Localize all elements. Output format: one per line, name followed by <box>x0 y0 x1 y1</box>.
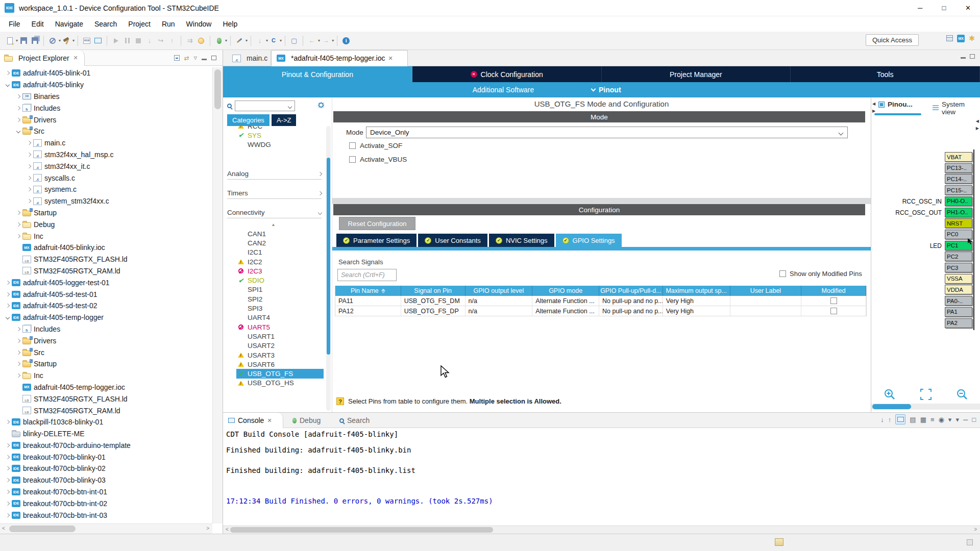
zoom-in-icon[interactable] <box>884 388 896 402</box>
perspective-tab-project-manager[interactable]: Project Manager <box>602 66 791 82</box>
column-header-signal-on-pin[interactable]: Signal on Pin <box>401 286 465 296</box>
perspective-tab-pinout-configuration[interactable]: Pinout & Configuration <box>223 66 412 82</box>
pin-PC15[interactable]: PC15-.. <box>945 185 972 195</box>
suspend-icon[interactable] <box>122 35 132 47</box>
peripheral-search-combo[interactable] <box>235 101 295 111</box>
peripheral-SPI1[interactable]: SPI1 <box>223 285 324 294</box>
expand-icon[interactable] <box>3 467 12 470</box>
table-row[interactable]: PA11USB_OTG_FS_DMn/aAlternate Function .… <box>335 296 866 306</box>
dropdown-arrow-icon[interactable]: ▾ <box>246 38 248 43</box>
gear-icon[interactable] <box>317 101 325 111</box>
perspective-tab-clock-configuration[interactable]: ✕Clock Configuration <box>412 66 602 82</box>
console-tab-debug[interactable]: Debug <box>287 413 331 428</box>
explorer-horizontal-scrollbar[interactable]: < > <box>0 523 212 534</box>
cpp-perspective-icon[interactable]: ✱ <box>969 34 975 42</box>
background-progress-icon[interactable] <box>775 538 783 546</box>
collapse-panel-icon[interactable]: ◀ <box>976 119 979 123</box>
peripheral-RCC[interactable]: RCC <box>223 126 324 131</box>
config-tab-gpio-settings[interactable]: ✔GPIO Settings <box>556 234 622 247</box>
cubemx-perspective-icon[interactable]: MX <box>957 35 965 42</box>
expand-right-icon[interactable]: ▶ <box>872 109 875 113</box>
new-wizard-icon[interactable] <box>5 35 15 47</box>
terminate-icon[interactable] <box>133 35 143 47</box>
step-over-icon[interactable]: ↪ <box>156 35 166 47</box>
expand-icon[interactable] <box>14 235 22 238</box>
peripheral-USART1[interactable]: USART1 <box>223 332 324 341</box>
explorer-vscroll-thumb[interactable] <box>214 69 221 109</box>
tree-item-blackpill-f103c8-blinky-01[interactable]: IDEblackpill-f103c8-blinky-01 <box>0 416 207 428</box>
tree-item-stm32f4xx_it.c[interactable]: stm32f4xx_it.c <box>0 160 207 172</box>
expand-icon[interactable] <box>3 71 12 74</box>
skip-breakpoints-icon[interactable] <box>47 35 58 47</box>
search-toolbar-icon[interactable]: ▢ <box>289 35 299 47</box>
expand-icon[interactable] <box>3 304 12 307</box>
expand-icon[interactable] <box>24 177 33 180</box>
tree-item-STM32F405RGTX_FLASH.ld[interactable]: STM32F405RGTX_FLASH.ld <box>0 393 207 405</box>
dropdown-arrow-icon[interactable]: ▾ <box>225 38 227 43</box>
expand-icon[interactable] <box>14 211 22 214</box>
expand-icon[interactable] <box>14 351 22 354</box>
maximize-view-icon[interactable] <box>211 56 216 60</box>
download-icon[interactable]: ↓ <box>255 35 265 47</box>
scroll-to-bottom-icon[interactable]: ↓ <box>880 416 884 423</box>
peripherals-scroll-thumb[interactable] <box>327 158 330 355</box>
maximize-view-icon[interactable]: □ <box>972 416 976 423</box>
editor-tab-main-c[interactable]: main.c <box>227 50 271 66</box>
tree-item-breakout-f070cb-blinky-03[interactable]: IDEbreakout-f070cb-blinky-03 <box>0 474 207 486</box>
expand-icon[interactable] <box>14 362 22 365</box>
config-tab-user-constants[interactable]: ✔User Constants <box>418 234 487 247</box>
show-launch-history-icon[interactable]: ⇉ <box>185 35 195 47</box>
save-icon[interactable] <box>18 35 29 47</box>
pin-PA1[interactable]: PA1 <box>945 307 972 317</box>
tree-item-Startup[interactable]: Startup <box>0 358 207 370</box>
console-grid-icon[interactable]: ▦ <box>920 416 926 423</box>
config-tab-parameter-settings[interactable]: ✔Parameter Settings <box>336 234 416 247</box>
build-icon[interactable] <box>61 35 71 47</box>
tree-item-Includes[interactable]: Includes <box>0 323 207 335</box>
column-header-pin-name[interactable]: Pin Name <box>335 286 401 296</box>
column-header-maximum-output-sp-[interactable]: Maximum output sp... <box>663 286 730 296</box>
open-console-icon[interactable]: ▤ <box>910 416 916 423</box>
pin-VDDA[interactable]: VDDA <box>945 285 972 294</box>
dropdown-arrow-icon[interactable]: ▾ <box>332 38 334 43</box>
expand-icon[interactable] <box>24 165 33 168</box>
tree-item-STM32F405RGTX_RAM.ld[interactable]: STM32F405RGTX_RAM.ld <box>0 265 207 277</box>
tree-item-system_stm32f4xx.c[interactable]: system_stm32f4xx.c <box>0 195 207 207</box>
list-scroll-up-icon[interactable]: ▲ <box>223 222 324 227</box>
peripherals-scrollbar[interactable] <box>326 126 331 411</box>
tree-item-STM32F405RGTX_FLASH.ld[interactable]: STM32F405RGTX_FLASH.ld <box>0 254 207 265</box>
modified-checkbox[interactable] <box>830 297 837 304</box>
category-connectivity[interactable]: Connectivity <box>227 207 322 218</box>
tree-item-adafruit-f405-blinky[interactable]: IDEadafruit-f405-blinky <box>0 79 207 91</box>
column-header-gpio-pull-up-pull-d-[interactable]: GPIO Pull-up/Pull-d... <box>599 286 663 296</box>
expand-icon[interactable] <box>3 444 12 447</box>
open-perspective-icon[interactable] <box>946 35 953 41</box>
quick-access-button[interactable]: Quick Access <box>866 34 919 46</box>
menu-navigate[interactable]: Navigate <box>50 17 89 31</box>
expand-icon[interactable] <box>3 281 12 284</box>
open-console-view-icon[interactable] <box>93 35 103 47</box>
expand-icon[interactable] <box>14 223 22 226</box>
tree-item-adafruit-f405-sd-test-02[interactable]: IDEadafruit-f405-sd-test-02 <box>0 300 207 312</box>
expand-icon[interactable] <box>14 339 22 342</box>
pin-PC3[interactable]: PC3 <box>945 263 972 272</box>
tree-item-Src[interactable]: Src <box>0 126 207 137</box>
pin-console-icon[interactable]: ◉ <box>939 416 944 423</box>
minimize-view-icon[interactable]: ─ <box>963 416 968 423</box>
table-row[interactable]: PA12USB_OTG_FS_DPn/aAlternate Function .… <box>335 306 866 316</box>
menu-file[interactable]: File <box>3 17 26 31</box>
peripheral-UART5[interactable]: UART5 <box>223 322 324 332</box>
tree-item-Debug[interactable]: Debug <box>0 218 207 230</box>
tree-item-breakout-f070cb-blinky-01[interactable]: IDEbreakout-f070cb-blinky-01 <box>0 451 207 463</box>
display-console-dropdown-icon[interactable]: ▾ <box>948 416 952 423</box>
zoom-out-icon[interactable] <box>956 388 968 402</box>
perspective-tab-tools[interactable]: Tools <box>791 66 980 82</box>
tree-item-Inc[interactable]: Inc <box>0 230 207 242</box>
tree-item-Binaries[interactable]: Binaries <box>0 91 207 103</box>
forward-icon[interactable]: → <box>321 35 331 47</box>
expand-icon[interactable] <box>24 199 33 203</box>
peripheral-USART2[interactable]: USART2 <box>223 341 324 350</box>
scroll-left-icon[interactable]: < <box>226 527 229 532</box>
category-timers[interactable]: Timers <box>227 188 322 199</box>
tree-item-Drivers[interactable]: Drivers <box>0 114 207 126</box>
